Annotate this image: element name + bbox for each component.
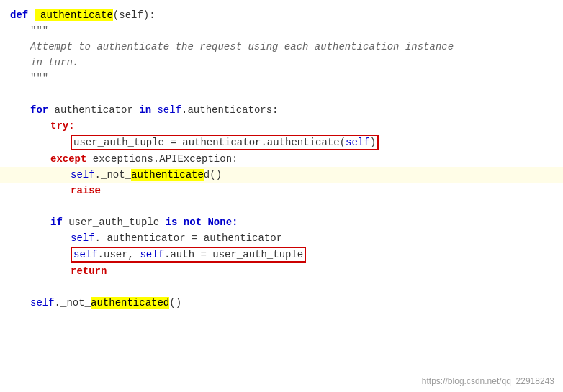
kw-none: None: bbox=[207, 216, 238, 228]
code-text: d() bbox=[204, 169, 222, 181]
code-line-12: raise bbox=[0, 183, 563, 199]
code-text: ._not_ bbox=[55, 297, 91, 309]
kw-if: if bbox=[50, 216, 68, 228]
code-line-9: user_auth_tuple = authenticator.authenti… bbox=[0, 134, 563, 151]
self-kw: self bbox=[30, 297, 55, 309]
kw-raise: raise bbox=[71, 185, 101, 196]
docstring-text-2: in turn. bbox=[30, 57, 78, 68]
code-text: . authenticator = authenticator bbox=[95, 232, 282, 244]
code-line-15: self. authenticator = authenticator bbox=[0, 230, 563, 246]
code-text: .user, bbox=[98, 249, 140, 260]
authenticate-highlight: authenticate bbox=[131, 169, 204, 181]
code-text: ) bbox=[370, 137, 376, 148]
code-text: user_auth_tuple bbox=[68, 216, 165, 228]
authenticated-highlight-bottom: authenticated bbox=[91, 297, 169, 309]
code-line-17: return bbox=[0, 263, 563, 279]
self-kw: self bbox=[157, 104, 181, 116]
code-text: ._not_ bbox=[95, 169, 131, 181]
kw-except: except bbox=[50, 153, 93, 165]
code-line-14: if user_auth_tuple is not None: bbox=[0, 214, 563, 230]
code-line-6 bbox=[0, 86, 563, 102]
kw-for: for bbox=[30, 104, 55, 116]
code-text: () bbox=[169, 297, 181, 309]
self-kw: self bbox=[140, 249, 164, 260]
code-text: .auth = user_auth_tuple bbox=[164, 249, 303, 260]
code-line-5: """ bbox=[0, 70, 563, 86]
code-line-18 bbox=[0, 279, 563, 295]
kw-return: return bbox=[71, 265, 107, 277]
kw-is-not: is not bbox=[166, 216, 208, 228]
code-text: authenticator bbox=[55, 104, 140, 116]
docstring-text-1: Attempt to authenticate the request usin… bbox=[30, 41, 454, 53]
code-line-4: in turn. bbox=[0, 55, 563, 70]
red-border-box-2: self.user, self.auth = user_auth_tuple bbox=[71, 247, 306, 263]
kw-try: try: bbox=[50, 120, 75, 132]
code-line-1: def _authenticate(self): bbox=[0, 7, 563, 23]
code-text: exceptions.APIException: bbox=[93, 153, 238, 165]
code-line-10: except exceptions.APIException: bbox=[0, 151, 563, 167]
self-kw: self bbox=[73, 249, 98, 260]
keyword-def: def bbox=[10, 9, 35, 21]
self-kw: self bbox=[71, 169, 95, 181]
func-name-highlight: _authenticate bbox=[35, 9, 113, 21]
self-kw: self bbox=[346, 137, 370, 148]
code-line-19: self._not_authenticated() bbox=[0, 295, 563, 311]
code-line-3: Attempt to authenticate the request usin… bbox=[0, 39, 563, 55]
self-kw: self bbox=[71, 232, 95, 244]
kw-in: in bbox=[139, 104, 157, 116]
code-line-8: try: bbox=[0, 118, 563, 134]
code-viewer: def _authenticate(self): """ Attempt to … bbox=[0, 0, 563, 392]
code-line-16: self.user, self.auth = user_auth_tuple bbox=[0, 246, 563, 263]
docstring-close: """ bbox=[30, 73, 48, 84]
watermark: https://blog.csdn.net/qq_22918243 bbox=[422, 376, 554, 386]
red-border-box-1: user_auth_tuple = authenticator.authenti… bbox=[71, 135, 379, 150]
code-line-7: for authenticator in self.authenticators… bbox=[0, 102, 563, 118]
code-text: .authenticators: bbox=[181, 104, 278, 116]
code-line-11: self._not_authenticated() bbox=[0, 167, 563, 183]
code-line-13 bbox=[0, 199, 563, 214]
code-text: user_auth_tuple = authenticator.authenti… bbox=[73, 137, 346, 148]
docstring-open: """ bbox=[30, 25, 48, 37]
code-text: (self): bbox=[113, 9, 156, 21]
code-line-2: """ bbox=[0, 23, 563, 39]
